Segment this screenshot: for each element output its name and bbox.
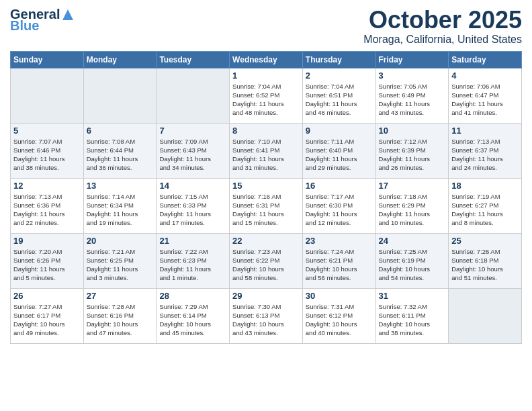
day-info: Sunrise: 7:26 AMSunset: 6:18 PMDaylight:… [451,247,519,283]
day-info: Sunrise: 7:31 AMSunset: 6:12 PMDaylight:… [306,302,373,338]
table-row: 25Sunrise: 7:26 AMSunset: 6:18 PMDayligh… [449,233,522,288]
header-wednesday: Wednesday [230,51,303,68]
day-number: 4 [451,71,519,81]
day-info: Sunrise: 7:05 AMSunset: 6:49 PMDaylight:… [379,82,446,118]
day-number: 14 [159,181,226,191]
day-number: 29 [232,291,300,301]
table-row: 21Sunrise: 7:22 AMSunset: 6:23 PMDayligh… [157,233,230,288]
day-info: Sunrise: 7:04 AMSunset: 6:52 PMDaylight:… [232,82,300,118]
day-info: Sunrise: 7:16 AMSunset: 6:31 PMDaylight:… [232,192,300,228]
day-number: 15 [232,181,300,191]
table-row: 24Sunrise: 7:25 AMSunset: 6:19 PMDayligh… [375,233,449,288]
day-number: 1 [232,71,300,81]
day-info: Sunrise: 7:09 AMSunset: 6:43 PMDaylight:… [159,137,226,173]
calendar-title: October 2025 [363,7,522,34]
day-info: Sunrise: 7:12 AMSunset: 6:39 PMDaylight:… [379,137,446,173]
table-row: 4Sunrise: 7:06 AMSunset: 6:47 PMDaylight… [449,68,522,123]
day-info: Sunrise: 7:15 AMSunset: 6:33 PMDaylight:… [159,192,226,228]
day-info: Sunrise: 7:08 AMSunset: 6:44 PMDaylight:… [87,137,154,173]
table-row: 12Sunrise: 7:13 AMSunset: 6:36 PMDayligh… [11,178,84,233]
table-row: 9Sunrise: 7:11 AMSunset: 6:40 PMDaylight… [302,123,375,178]
logo: General Blue [10,7,75,34]
logo-icon [61,8,75,21]
day-number: 30 [306,291,373,301]
table-row [449,288,522,343]
day-info: Sunrise: 7:19 AMSunset: 6:27 PMDaylight:… [451,192,519,228]
table-row: 14Sunrise: 7:15 AMSunset: 6:33 PMDayligh… [157,178,230,233]
table-row: 8Sunrise: 7:10 AMSunset: 6:41 PMDaylight… [230,123,303,178]
day-number: 26 [13,291,81,301]
table-row: 1Sunrise: 7:04 AMSunset: 6:52 PMDaylight… [230,68,303,123]
day-info: Sunrise: 7:20 AMSunset: 6:26 PMDaylight:… [13,247,81,283]
table-row: 2Sunrise: 7:04 AMSunset: 6:51 PMDaylight… [302,68,375,123]
table-row: 23Sunrise: 7:24 AMSunset: 6:21 PMDayligh… [302,233,375,288]
calendar-header-row: Sunday Monday Tuesday Wednesday Thursday… [11,51,522,68]
day-number: 28 [159,291,226,301]
header-sunday: Sunday [11,51,84,68]
day-info: Sunrise: 7:30 AMSunset: 6:13 PMDaylight:… [232,302,300,338]
table-row: 15Sunrise: 7:16 AMSunset: 6:31 PMDayligh… [230,178,303,233]
day-info: Sunrise: 7:22 AMSunset: 6:23 PMDaylight:… [159,247,226,283]
table-row [157,68,230,123]
day-number: 2 [306,71,373,81]
table-row: 28Sunrise: 7:29 AMSunset: 6:14 PMDayligh… [157,288,230,343]
header-thursday: Thursday [302,51,375,68]
day-number: 31 [379,291,446,301]
header-saturday: Saturday [449,51,522,68]
day-number: 5 [13,126,81,136]
table-row: 22Sunrise: 7:23 AMSunset: 6:22 PMDayligh… [230,233,303,288]
table-row: 29Sunrise: 7:30 AMSunset: 6:13 PMDayligh… [230,288,303,343]
svg-marker-0 [62,9,73,20]
day-info: Sunrise: 7:23 AMSunset: 6:22 PMDaylight:… [232,247,300,283]
day-info: Sunrise: 7:21 AMSunset: 6:25 PMDaylight:… [87,247,154,283]
day-number: 3 [379,71,446,81]
day-info: Sunrise: 7:14 AMSunset: 6:34 PMDaylight:… [87,192,154,228]
table-row: 7Sunrise: 7:09 AMSunset: 6:43 PMDaylight… [157,123,230,178]
day-number: 13 [87,181,154,191]
day-info: Sunrise: 7:10 AMSunset: 6:41 PMDaylight:… [232,137,300,173]
table-row [83,68,157,123]
day-number: 22 [232,236,300,246]
table-row: 10Sunrise: 7:12 AMSunset: 6:39 PMDayligh… [375,123,449,178]
day-number: 25 [451,236,519,246]
day-number: 7 [159,126,226,136]
title-block: October 2025 Moraga, California, United … [363,7,522,46]
day-number: 20 [87,236,154,246]
header: General Blue October 2025 Moraga, Califo… [10,7,522,46]
table-row: 6Sunrise: 7:08 AMSunset: 6:44 PMDaylight… [83,123,157,178]
logo-blue: Blue [10,18,39,34]
table-row [11,68,84,123]
day-number: 6 [87,126,154,136]
table-row: 30Sunrise: 7:31 AMSunset: 6:12 PMDayligh… [302,288,375,343]
table-row: 31Sunrise: 7:32 AMSunset: 6:11 PMDayligh… [375,288,449,343]
day-info: Sunrise: 7:06 AMSunset: 6:47 PMDaylight:… [451,82,519,118]
day-info: Sunrise: 7:18 AMSunset: 6:29 PMDaylight:… [379,192,446,228]
day-info: Sunrise: 7:07 AMSunset: 6:46 PMDaylight:… [13,137,81,173]
day-number: 17 [379,181,446,191]
table-row: 19Sunrise: 7:20 AMSunset: 6:26 PMDayligh… [11,233,84,288]
table-row: 17Sunrise: 7:18 AMSunset: 6:29 PMDayligh… [375,178,449,233]
day-info: Sunrise: 7:32 AMSunset: 6:11 PMDaylight:… [379,302,446,338]
header-friday: Friday [375,51,449,68]
day-number: 18 [451,181,519,191]
day-info: Sunrise: 7:13 AMSunset: 6:36 PMDaylight:… [13,192,81,228]
calendar-table: Sunday Monday Tuesday Wednesday Thursday… [10,51,522,344]
day-info: Sunrise: 7:04 AMSunset: 6:51 PMDaylight:… [306,82,373,118]
table-row: 20Sunrise: 7:21 AMSunset: 6:25 PMDayligh… [83,233,157,288]
table-row: 26Sunrise: 7:27 AMSunset: 6:17 PMDayligh… [11,288,84,343]
table-row: 5Sunrise: 7:07 AMSunset: 6:46 PMDaylight… [11,123,84,178]
day-number: 27 [87,291,154,301]
header-monday: Monday [83,51,157,68]
day-number: 21 [159,236,226,246]
page: General Blue October 2025 Moraga, Califo… [0,0,532,411]
day-number: 10 [379,126,446,136]
table-row: 3Sunrise: 7:05 AMSunset: 6:49 PMDaylight… [375,68,449,123]
day-info: Sunrise: 7:25 AMSunset: 6:19 PMDaylight:… [379,247,446,283]
table-row: 16Sunrise: 7:17 AMSunset: 6:30 PMDayligh… [302,178,375,233]
day-number: 9 [306,126,373,136]
day-number: 12 [13,181,81,191]
calendar-subtitle: Moraga, California, United States [363,34,522,46]
day-info: Sunrise: 7:29 AMSunset: 6:14 PMDaylight:… [159,302,226,338]
day-number: 24 [379,236,446,246]
day-info: Sunrise: 7:11 AMSunset: 6:40 PMDaylight:… [306,137,373,173]
